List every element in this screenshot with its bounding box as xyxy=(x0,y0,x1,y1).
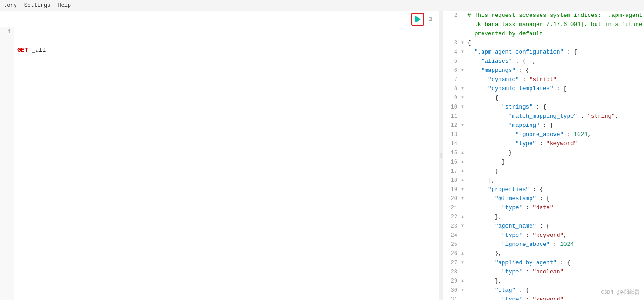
response-line-25: 25 "ignore_above" : 1024 xyxy=(443,240,644,249)
response-line-31: 31 "type" : "keyword", xyxy=(443,295,644,300)
response-text-cont2: prevented by default xyxy=(467,29,643,38)
response-content: 2 # This request accesses system indices… xyxy=(443,11,644,300)
response-line-6: 6 ▼ "mappings" : { xyxy=(443,66,644,75)
response-comment-cont: .kibana_task_manager_7.17.6_001], but in… xyxy=(443,20,644,29)
response-line-26: 26 ▲ }, xyxy=(443,249,644,258)
response-line-13: 13 "ignore_above" : 1024, xyxy=(443,130,644,139)
response-line-16: 16 ▲ } xyxy=(443,158,644,167)
editor-input-line: GET _all xyxy=(17,46,435,55)
menu-history[interactable]: tory xyxy=(4,2,17,9)
response-line-15: 15 ▲ } xyxy=(443,148,644,158)
wrench-icon[interactable]: ⚙ xyxy=(426,15,435,24)
response-line-11: 11 "match_mapping_type" : "string", xyxy=(443,112,644,121)
response-line-17: 17 ▲ } xyxy=(443,167,644,176)
response-line-9: 9 ▼ { xyxy=(443,93,644,103)
response-line-22: 22 ▲ }, xyxy=(443,213,644,222)
response-comment-line-1: 2 # This request accesses system indices… xyxy=(443,11,644,20)
response-line-10: 10 ▼ "strings" : { xyxy=(443,103,644,112)
response-line-18: 18 ▲ ], xyxy=(443,176,644,185)
response-line-19: 19 ▼ "properties" : { xyxy=(443,185,644,194)
response-line-12: 12 ▼ "mapping" : { xyxy=(443,121,644,130)
response-line-8: 8 ▼ "dynamic_templates" : [ xyxy=(443,84,644,93)
response-line-28: 28 "type" : "boolean" xyxy=(443,267,644,277)
resize-handle[interactable]: ‖ xyxy=(439,11,443,300)
resize-dots: ‖ xyxy=(440,153,442,158)
editor-path: _all xyxy=(28,46,46,55)
menu-settings[interactable]: Settings xyxy=(24,2,51,9)
response-comment-cont2: prevented by default xyxy=(443,29,644,38)
left-panel: ⚙ 1 GET _all xyxy=(0,11,439,300)
response-line-29: 29 ▲ }, xyxy=(443,277,644,286)
line-numbers: 1 xyxy=(0,27,14,300)
http-method: GET xyxy=(17,46,28,55)
response-line-27: 27 ▼ "applied_by_agent" : { xyxy=(443,258,644,267)
response-text-2: # This request accesses system indices: … xyxy=(467,11,643,20)
editor-code[interactable]: GET _all xyxy=(14,27,439,300)
response-line-20: 20 ▼ "@timestamp" : { xyxy=(443,194,644,203)
response-line-14: 14 "type" : "keyword" xyxy=(443,139,644,148)
menu-bar: tory Settings Help xyxy=(0,0,644,11)
response-line-7: 7 "dynamic" : "strict", xyxy=(443,75,644,84)
response-text-cont: .kibana_task_manager_7.17.6_001], but in… xyxy=(467,20,644,29)
menu-help[interactable]: Help xyxy=(58,2,71,9)
response-line-23: 23 ▼ "agent_name" : { xyxy=(443,222,644,231)
editor-cursor xyxy=(46,47,46,54)
response-line-3: 3 ▼ { xyxy=(443,38,644,48)
main-content: ⚙ 1 GET _all ‖ 2 # This xyxy=(0,11,644,300)
editor-area: 1 GET _all xyxy=(0,27,439,300)
editor-toolbar: ⚙ xyxy=(0,11,439,27)
response-line-5: 5 "aliases" : { }, xyxy=(443,57,644,66)
response-line-4: 4 ▼ ".apm-agent-configuration" : { xyxy=(443,48,644,57)
response-line-21: 21 "type" : "date" xyxy=(443,203,644,213)
response-line-30: 30 ▼ "etag" : { xyxy=(443,286,644,295)
right-panel: 2 # This request accesses system indices… xyxy=(443,11,644,300)
response-line-24: 24 "type" : "keyword", xyxy=(443,231,644,240)
run-button[interactable] xyxy=(411,13,424,26)
line-num-2: 2 xyxy=(444,11,461,20)
